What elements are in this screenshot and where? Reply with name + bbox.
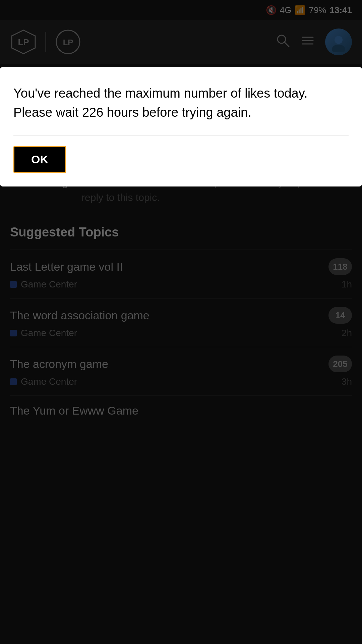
modal-overlay: You've reached the maximum number of lik…	[0, 0, 362, 644]
dialog-message: You've reached the maximum number of lik…	[13, 84, 349, 122]
alert-dialog: You've reached the maximum number of lik…	[0, 67, 362, 186]
dialog-divider	[13, 136, 349, 136]
ok-button[interactable]: OK	[13, 146, 66, 173]
ok-label: OK	[31, 153, 48, 166]
